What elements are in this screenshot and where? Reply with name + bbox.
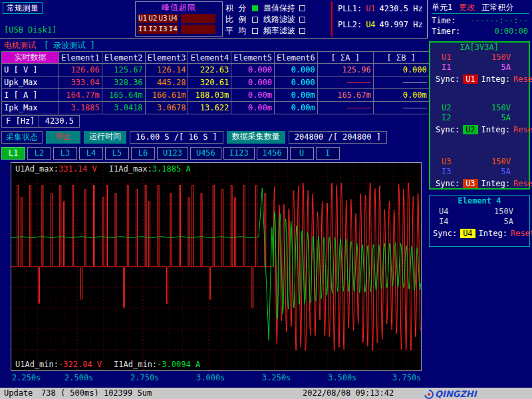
scaling-label: 比 例 [225, 14, 252, 25]
u-min-label: U1Ad_min: [15, 360, 59, 369]
integ-reset-button[interactable]: Reset [513, 125, 532, 134]
sample-count-label: 数据采集数量 [227, 131, 285, 144]
tab-l5[interactable]: L5 [105, 147, 129, 160]
measurement-mode-box[interactable]: 常规测量 [3, 2, 43, 14]
column-header: Element2 [102, 52, 145, 64]
value-cell: 125.96 [317, 64, 373, 76]
waveform-plot [11, 163, 421, 370]
u-peak-indicators: U1U2U3U4 [138, 14, 178, 23]
row-label: U [ V ] [2, 64, 59, 76]
integ-label: Integ: [481, 74, 510, 84]
x-tick-label: 2.500s [65, 373, 93, 382]
voltage-range[interactable]: 150V [494, 207, 513, 217]
averaging-checkbox[interactable] [252, 28, 258, 34]
i-min-value: -3.0094 A [157, 360, 200, 369]
timer-label: Timer: [432, 27, 460, 37]
current-range[interactable]: 5A [501, 113, 511, 123]
tab-i456[interactable]: I456 [257, 147, 288, 160]
value-cell: ――――― [373, 76, 429, 89]
max-hold-checkbox[interactable] [299, 5, 305, 11]
brand-name: QINGZHI [435, 388, 477, 399]
table-row: Upk_Max 333.04 328.36 445.28 320.61 0.00… [2, 76, 430, 89]
min-annotations: U1Ad_min:-322.84 V I1Ad_min:-3.0094 A [15, 360, 200, 369]
integ-reset-button[interactable]: Reset [511, 229, 532, 238]
pll-panel: PLL1: U1 4230.5 Hz PLL2: U4 49.997 Hz [331, 1, 426, 37]
scaling-checkbox[interactable] [252, 17, 258, 23]
i-max-label: I1Ad_max: [109, 164, 152, 174]
integ-reset-button[interactable]: Reset [513, 179, 532, 188]
line-filter-label: 线路滤波 [263, 14, 295, 25]
element2-group: U2150V I25A Sync: U2 Integ: Reset [432, 103, 527, 135]
value-cell: 320.61 [188, 76, 231, 89]
value-cell: 0.00m [231, 102, 275, 114]
value-cell: ――――― [317, 102, 373, 114]
tab-l4[interactable]: L4 [79, 147, 103, 160]
current-range[interactable]: 5A [504, 217, 513, 227]
integ-reset-button[interactable]: Reset [513, 74, 532, 84]
voltage-range[interactable]: 150V [491, 53, 511, 63]
column-header: Element1 [59, 52, 102, 64]
frequency-label: F [Hz] [1, 115, 39, 128]
tab-u[interactable]: U [290, 147, 314, 160]
value-cell: 0.000 [231, 76, 275, 89]
frequency-value: 4230.5 [39, 115, 80, 128]
sync-source-badge[interactable]: U4 [460, 229, 475, 238]
line-filter-checkbox[interactable] [299, 17, 305, 23]
tab-l2[interactable]: L2 [27, 147, 51, 160]
row-label: Ipk_Max [2, 102, 59, 114]
brand-logo: QINGZHI [424, 388, 477, 399]
pll2-source[interactable]: U4 [366, 20, 375, 32]
tab-i123[interactable]: I123 [223, 147, 255, 160]
value-cell: 3.1885 [59, 102, 102, 114]
channel-tabs: L1 L2 L3 L4 L5 L6 U123 U456 I123 I456 U … [1, 147, 340, 160]
column-header: [ ΣA ] [317, 52, 373, 64]
unit-name: 单元1 [432, 2, 452, 12]
voltage-channel: U4 [439, 207, 448, 217]
unit-separator [432, 13, 529, 14]
wave-record-test-label[interactable]: [ 录波测试 ] [44, 40, 95, 51]
integration-checkbox[interactable] [252, 5, 258, 11]
peak-panel-title: 峰值超限 [138, 3, 220, 13]
current-range[interactable]: 5A [501, 167, 511, 177]
tab-u456[interactable]: U456 [190, 147, 221, 160]
current-channel: I4 [439, 217, 448, 227]
element3-group: U3150V I35A Sync: U3 Integ: Reset [432, 157, 527, 189]
voltage-range[interactable]: 150V [491, 157, 511, 167]
element4-title: Element 4 [430, 196, 529, 207]
value-cell: 166.61m [145, 89, 188, 102]
tab-l3[interactable]: L3 [53, 147, 77, 160]
freq-filter-checkbox[interactable] [299, 28, 305, 34]
voltage-channel: U1 [442, 53, 451, 63]
pll1-source[interactable]: U1 [366, 4, 375, 16]
x-tick-label: 3.750s [392, 373, 421, 382]
current-range[interactable]: 5A [501, 63, 511, 72]
tab-u123[interactable]: U123 [157, 147, 188, 160]
value-cell: 333.04 [59, 76, 102, 89]
motor-test-label[interactable]: 电机测试 [4, 40, 36, 51]
integration-mode-label: 正常积分 [481, 2, 513, 12]
unit-change-button[interactable]: 更改 [459, 2, 475, 12]
sync-source-badge[interactable]: U1 [463, 74, 477, 84]
sync-label: Sync: [436, 179, 460, 188]
pll2-frequency: 49.997 Hz [380, 20, 423, 32]
table-row: Ipk_Max 3.1885 3.0418 3.0678 13.622 0.00… [2, 102, 430, 114]
x-tick-label: 2.750s [130, 373, 159, 382]
tab-i[interactable]: I [316, 147, 340, 160]
sync-source-badge[interactable]: U3 [463, 179, 477, 188]
row-label: I [ A ] [2, 89, 59, 102]
current-channel: I2 [442, 113, 451, 123]
column-header: Element5 [231, 52, 275, 64]
freq-filter-label: 频率滤波 [263, 25, 295, 37]
column-header: Element4 [188, 52, 231, 64]
realtime-data-table: 实时数据 Element1 Element2 Element3 Element4… [1, 51, 430, 114]
acquisition-strip: 采集状态 停止 运行时间 16.00 S /[ 16 S ] 数据采集数量 20… [1, 131, 387, 144]
timer-value: 0:00:00 [494, 27, 528, 37]
sync-source-badge[interactable]: U2 [463, 125, 477, 134]
sync-label: Sync: [433, 229, 457, 238]
peak-over-limit-panel: 峰值超限 U1U2U3U4 I1I2I3I4 [135, 1, 223, 37]
value-cell: 445.28 [145, 76, 188, 89]
table-row: I [ A ] 164.77m 165.64m 166.61m 188.03m … [2, 89, 430, 102]
tab-l1[interactable]: L1 [1, 147, 25, 160]
voltage-range[interactable]: 150V [491, 103, 511, 113]
tab-l6[interactable]: L6 [131, 147, 155, 160]
